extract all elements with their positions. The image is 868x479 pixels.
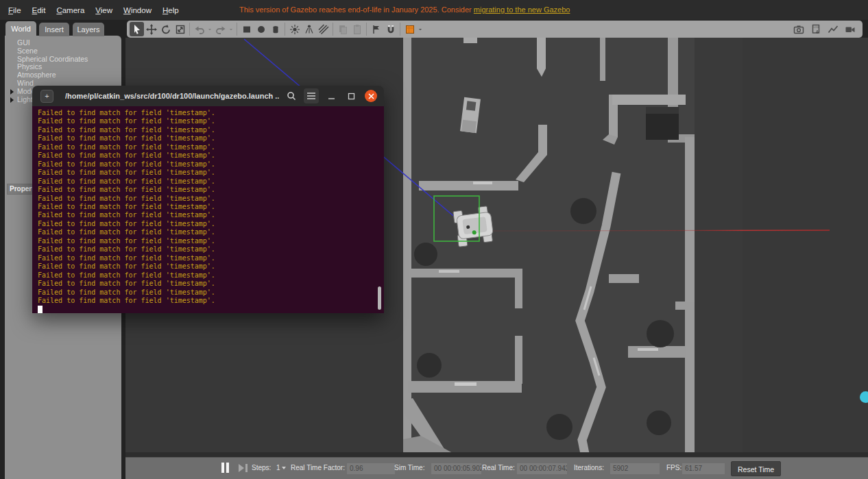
terminal-output[interactable]: Failed to find match for field 'timestam…: [32, 106, 384, 313]
steps-value[interactable]: 1: [276, 464, 280, 471]
tree-item-label: Spherical Coordinates: [17, 55, 88, 63]
view-angle-icon[interactable]: [402, 22, 417, 36]
dropdown-icon[interactable]: [417, 22, 424, 36]
rtf-value: 0.96: [347, 463, 395, 474]
hamburger-menu-icon[interactable]: [304, 88, 319, 103]
terminal-line: Failed to find match for field 'timestam…: [38, 271, 384, 280]
spot-light-icon[interactable]: [302, 22, 316, 36]
steps-stepper[interactable]: [282, 467, 286, 469]
tree-item-label: Scene: [17, 47, 38, 55]
eol-text: This version of Gazebo reaches end-of-li…: [239, 5, 472, 14]
eol-migrate-link[interactable]: migrating to the new Gazebo: [474, 5, 570, 14]
terminal-line: Failed to find match for field 'timestam…: [38, 169, 384, 177]
menubar: FileEditCameraViewWindowHelp This versio…: [0, 0, 868, 20]
terminal-line: Failed to find match for field 'timestam…: [38, 288, 384, 297]
real-time-label: Real Time:: [482, 464, 515, 471]
tab-world[interactable]: World: [5, 21, 36, 36]
toolbar-left-group: [130, 22, 424, 36]
pause-button[interactable]: [221, 463, 230, 474]
menu-file[interactable]: File: [3, 3, 27, 17]
terminal-line: Failed to find match for field 'timestam…: [38, 186, 384, 194]
step-button[interactable]: [239, 463, 250, 473]
notification-dot: [860, 391, 868, 403]
tab-insert[interactable]: Insert: [39, 23, 69, 36]
terminal-line: Failed to find match for field 'timestam…: [38, 297, 384, 305]
menu-view[interactable]: View: [90, 3, 118, 17]
terminal-line: Failed to find match for field 'timestam…: [38, 220, 384, 228]
undo-icon: [192, 22, 206, 36]
copy-icon: [335, 22, 350, 36]
reset-time-button[interactable]: Reset Time: [731, 461, 781, 476]
terminal-line: Failed to find match for field 'timestam…: [38, 177, 384, 186]
toolbar-right-group: LOG: [791, 22, 857, 36]
new-tab-icon[interactable]: +: [40, 90, 53, 103]
tab-layers[interactable]: Layers: [73, 23, 104, 36]
rotate-tool-icon[interactable]: [158, 22, 173, 36]
terminal-line: Failed to find match for field 'timestam…: [38, 117, 384, 125]
tree-item-label: Physics: [17, 62, 42, 71]
select-tool-icon[interactable]: [130, 22, 144, 36]
directional-light-icon[interactable]: [316, 22, 330, 36]
scale-tool-icon[interactable]: [173, 22, 187, 36]
translate-tool-icon[interactable]: [144, 22, 158, 36]
box-shape-icon[interactable]: [239, 22, 254, 36]
eol-notice: This version of Gazebo reaches end-of-li…: [239, 5, 570, 14]
terminal-scrollbar[interactable]: [378, 286, 381, 310]
minimize-button[interactable]: [324, 88, 339, 103]
menu-edit[interactable]: Edit: [27, 3, 51, 17]
terminal-cursor: [38, 306, 43, 313]
terminal-lines: Failed to find match for field 'timestam…: [32, 106, 384, 305]
terminal-line: Failed to find match for field 'timestam…: [38, 262, 384, 271]
tree-item-label: GUI: [17, 38, 30, 47]
snap-icon[interactable]: [383, 22, 398, 36]
sphere-shape-icon[interactable]: [254, 22, 268, 36]
terminal-line: Failed to find match for field 'timestam…: [38, 211, 384, 219]
sim-time-value: 00 00:00:05.902: [431, 463, 481, 474]
terminal-window: + /home/pl/catkin_ws/src/dr100/dr100/lau…: [32, 86, 384, 313]
viewport-edge: [125, 452, 868, 457]
video-record-icon[interactable]: [843, 22, 857, 36]
terminal-line: Failed to find match for field 'timestam…: [38, 195, 384, 203]
sim-time-label: Sim Time:: [394, 464, 424, 471]
align-icon[interactable]: [369, 22, 383, 36]
terminal-line: Failed to find match for field 'timestam…: [38, 109, 384, 117]
tree-item-label: Atmosphere: [17, 71, 56, 79]
menu-help[interactable]: Help: [157, 3, 184, 17]
terminal-line: Failed to find match for field 'timestam…: [38, 203, 384, 211]
terminal-line: Failed to find match for field 'timestam…: [38, 126, 384, 134]
terminal-titlebar[interactable]: + /home/pl/catkin_ws/src/dr100/dr100/lau…: [32, 86, 384, 106]
screenshot-icon[interactable]: [791, 22, 806, 36]
real-time-value: 00 00:00:07.943: [517, 463, 567, 474]
terminal-line: Failed to find match for field 'timestam…: [38, 160, 384, 169]
point-light-icon[interactable]: [287, 22, 302, 36]
search-icon[interactable]: [284, 88, 299, 103]
menu-window[interactable]: Window: [118, 3, 157, 17]
dropdown-icon: [206, 22, 213, 36]
terminal-line: Failed to find match for field 'timestam…: [38, 134, 384, 143]
terminal-line: Failed to find match for field 'timestam…: [38, 237, 384, 245]
terminal-title: /home/pl/catkin_ws/src/dr100/dr100/launc…: [65, 92, 279, 100]
paste-icon: [350, 22, 364, 36]
log-record-icon[interactable]: LOG: [808, 22, 823, 36]
expand-arrow-icon[interactable]: [10, 89, 14, 95]
toolbar-separator: [237, 23, 237, 36]
terminal-line: Failed to find match for field 'timestam…: [38, 245, 384, 254]
menubar-items: FileEditCameraViewWindowHelp: [3, 0, 184, 20]
menu-camera[interactable]: Camera: [51, 3, 90, 17]
tree-item-label: Wind: [17, 79, 34, 87]
statusbar: Steps: 1 Real Time Factor: 0.96 Sim Time…: [125, 457, 868, 479]
terminal-line: Failed to find match for field 'timestam…: [38, 151, 384, 160]
maximize-button[interactable]: [343, 88, 359, 103]
cylinder-shape-icon[interactable]: [268, 22, 282, 36]
toolbar: LOG: [127, 21, 863, 38]
plot-icon[interactable]: [825, 22, 840, 36]
close-button[interactable]: [365, 90, 377, 102]
toolbar-separator: [285, 23, 285, 36]
iterations-label: Iterations:: [574, 464, 604, 471]
expand-arrow-icon[interactable]: [10, 97, 14, 103]
rtf-label: Real Time Factor:: [291, 464, 345, 471]
terminal-line: Failed to find match for field 'timestam…: [38, 254, 384, 262]
fps-label: FPS:: [666, 464, 682, 471]
steps-label: Steps:: [252, 464, 271, 471]
iterations-value: 5902: [610, 463, 660, 474]
